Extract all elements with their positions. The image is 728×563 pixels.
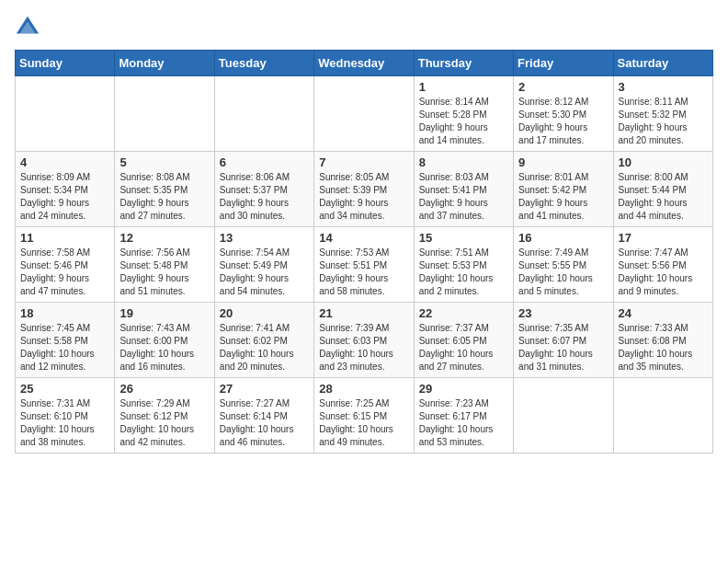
calendar-cell: 1Sunrise: 8:14 AM Sunset: 5:28 PM Daylig…	[414, 76, 513, 152]
day-info: Sunrise: 8:12 AM Sunset: 5:30 PM Dayligh…	[518, 96, 608, 147]
day-info: Sunrise: 8:08 AM Sunset: 5:35 PM Dayligh…	[119, 171, 209, 223]
day-info: Sunrise: 8:03 AM Sunset: 5:41 PM Dayligh…	[419, 171, 508, 223]
day-info: Sunrise: 7:37 AM Sunset: 6:05 PM Dayligh…	[419, 322, 508, 373]
col-header-monday: Monday	[115, 51, 214, 76]
calendar-cell: 27Sunrise: 7:27 AM Sunset: 6:14 PM Dayli…	[214, 378, 313, 454]
day-info: Sunrise: 8:14 AM Sunset: 5:28 PM Dayligh…	[419, 96, 508, 147]
day-info: Sunrise: 7:47 AM Sunset: 5:56 PM Dayligh…	[619, 247, 708, 298]
day-info: Sunrise: 7:35 AM Sunset: 6:07 PM Dayligh…	[518, 322, 608, 373]
day-number: 19	[119, 306, 209, 320]
day-info: Sunrise: 7:53 AM Sunset: 5:51 PM Dayligh…	[319, 247, 408, 298]
calendar-cell: 5Sunrise: 8:08 AM Sunset: 5:35 PM Daylig…	[115, 152, 214, 227]
calendar-cell: 18Sunrise: 7:45 AM Sunset: 5:58 PM Dayli…	[16, 303, 115, 378]
day-info: Sunrise: 7:23 AM Sunset: 6:17 PM Dayligh…	[419, 397, 508, 449]
calendar-cell: 4Sunrise: 8:09 AM Sunset: 5:34 PM Daylig…	[16, 152, 115, 227]
calendar-cell: 24Sunrise: 7:33 AM Sunset: 6:08 PM Dayli…	[613, 303, 712, 378]
week-row-0: 1Sunrise: 8:14 AM Sunset: 5:28 PM Daylig…	[16, 76, 713, 152]
day-number: 18	[20, 306, 109, 320]
calendar-cell: 17Sunrise: 7:47 AM Sunset: 5:56 PM Dayli…	[613, 227, 712, 303]
col-header-tuesday: Tuesday	[214, 51, 313, 76]
day-number: 21	[319, 306, 408, 320]
calendar-cell: 9Sunrise: 8:01 AM Sunset: 5:42 PM Daylig…	[514, 152, 613, 227]
day-number: 22	[419, 306, 508, 320]
day-number: 1	[419, 80, 508, 94]
day-info: Sunrise: 7:49 AM Sunset: 5:55 PM Dayligh…	[518, 247, 608, 298]
calendar-cell: 8Sunrise: 8:03 AM Sunset: 5:41 PM Daylig…	[414, 152, 513, 227]
calendar-cell: 22Sunrise: 7:37 AM Sunset: 6:05 PM Dayli…	[414, 303, 513, 378]
calendar-cell	[16, 76, 115, 152]
calendar-cell: 10Sunrise: 8:00 AM Sunset: 5:44 PM Dayli…	[613, 152, 712, 227]
calendar-cell: 25Sunrise: 7:31 AM Sunset: 6:10 PM Dayli…	[16, 378, 115, 454]
week-row-4: 25Sunrise: 7:31 AM Sunset: 6:10 PM Dayli…	[16, 378, 713, 454]
day-number: 6	[220, 155, 309, 169]
day-number: 14	[319, 231, 408, 245]
col-header-wednesday: Wednesday	[314, 51, 414, 76]
calendar-cell: 23Sunrise: 7:35 AM Sunset: 6:07 PM Dayli…	[514, 303, 613, 378]
day-info: Sunrise: 7:45 AM Sunset: 5:58 PM Dayligh…	[20, 322, 109, 373]
calendar-cell: 21Sunrise: 7:39 AM Sunset: 6:03 PM Dayli…	[314, 303, 414, 378]
day-info: Sunrise: 7:25 AM Sunset: 6:15 PM Dayligh…	[319, 397, 408, 449]
day-number: 9	[518, 155, 608, 169]
day-info: Sunrise: 7:41 AM Sunset: 6:02 PM Dayligh…	[220, 322, 309, 373]
calendar-cell	[613, 378, 712, 454]
day-number: 24	[619, 306, 708, 320]
calendar-cell: 14Sunrise: 7:53 AM Sunset: 5:51 PM Dayli…	[314, 227, 414, 303]
week-row-3: 18Sunrise: 7:45 AM Sunset: 5:58 PM Dayli…	[16, 303, 713, 378]
day-info: Sunrise: 7:56 AM Sunset: 5:48 PM Dayligh…	[119, 247, 209, 298]
day-info: Sunrise: 7:58 AM Sunset: 5:46 PM Dayligh…	[20, 247, 109, 298]
day-info: Sunrise: 7:39 AM Sunset: 6:03 PM Dayligh…	[319, 322, 408, 373]
calendar-cell: 16Sunrise: 7:49 AM Sunset: 5:55 PM Dayli…	[514, 227, 613, 303]
day-info: Sunrise: 8:11 AM Sunset: 5:32 PM Dayligh…	[619, 96, 708, 147]
day-number: 16	[518, 231, 608, 245]
calendar-cell	[214, 76, 313, 152]
day-info: Sunrise: 7:27 AM Sunset: 6:14 PM Dayligh…	[220, 397, 309, 449]
day-number: 3	[619, 80, 708, 94]
calendar-cell	[314, 76, 414, 152]
day-number: 2	[518, 80, 608, 94]
day-info: Sunrise: 7:33 AM Sunset: 6:08 PM Dayligh…	[619, 322, 708, 373]
week-row-2: 11Sunrise: 7:58 AM Sunset: 5:46 PM Dayli…	[16, 227, 713, 303]
day-number: 13	[220, 231, 309, 245]
col-header-sunday: Sunday	[16, 51, 115, 76]
calendar-cell	[115, 76, 214, 152]
week-row-1: 4Sunrise: 8:09 AM Sunset: 5:34 PM Daylig…	[16, 152, 713, 227]
calendar-cell: 2Sunrise: 8:12 AM Sunset: 5:30 PM Daylig…	[514, 76, 613, 152]
calendar-cell	[514, 378, 613, 454]
day-info: Sunrise: 8:09 AM Sunset: 5:34 PM Dayligh…	[20, 171, 109, 223]
calendar-cell: 3Sunrise: 8:11 AM Sunset: 5:32 PM Daylig…	[613, 76, 712, 152]
day-number: 29	[419, 382, 508, 396]
day-number: 20	[220, 306, 309, 320]
day-info: Sunrise: 8:01 AM Sunset: 5:42 PM Dayligh…	[518, 171, 608, 223]
logo	[15, 15, 44, 40]
day-info: Sunrise: 8:00 AM Sunset: 5:44 PM Dayligh…	[619, 171, 708, 223]
calendar-cell: 15Sunrise: 7:51 AM Sunset: 5:53 PM Dayli…	[414, 227, 513, 303]
day-number: 7	[319, 155, 408, 169]
calendar-cell: 7Sunrise: 8:05 AM Sunset: 5:39 PM Daylig…	[314, 152, 414, 227]
calendar-cell: 26Sunrise: 7:29 AM Sunset: 6:12 PM Dayli…	[115, 378, 214, 454]
calendar-cell: 19Sunrise: 7:43 AM Sunset: 6:00 PM Dayli…	[115, 303, 214, 378]
day-number: 15	[419, 231, 508, 245]
day-number: 23	[518, 306, 608, 320]
calendar-cell: 13Sunrise: 7:54 AM Sunset: 5:49 PM Dayli…	[214, 227, 313, 303]
day-info: Sunrise: 8:05 AM Sunset: 5:39 PM Dayligh…	[319, 171, 408, 223]
day-number: 5	[119, 155, 209, 169]
day-info: Sunrise: 7:51 AM Sunset: 5:53 PM Dayligh…	[419, 247, 508, 298]
calendar-cell: 20Sunrise: 7:41 AM Sunset: 6:02 PM Dayli…	[214, 303, 313, 378]
day-number: 27	[220, 382, 309, 396]
day-info: Sunrise: 7:54 AM Sunset: 5:49 PM Dayligh…	[220, 247, 309, 298]
day-info: Sunrise: 7:31 AM Sunset: 6:10 PM Dayligh…	[20, 397, 109, 449]
day-number: 10	[619, 155, 708, 169]
logo-icon	[15, 15, 40, 40]
col-header-friday: Friday	[514, 51, 613, 76]
calendar-cell: 12Sunrise: 7:56 AM Sunset: 5:48 PM Dayli…	[115, 227, 214, 303]
day-number: 28	[319, 382, 408, 396]
calendar-table: SundayMondayTuesdayWednesdayThursdayFrid…	[15, 50, 713, 454]
day-number: 25	[20, 382, 109, 396]
day-number: 12	[119, 231, 209, 245]
day-number: 26	[119, 382, 209, 396]
page-header	[15, 15, 713, 40]
col-header-thursday: Thursday	[414, 51, 513, 76]
calendar-cell: 29Sunrise: 7:23 AM Sunset: 6:17 PM Dayli…	[414, 378, 513, 454]
calendar-cell: 28Sunrise: 7:25 AM Sunset: 6:15 PM Dayli…	[314, 378, 414, 454]
day-info: Sunrise: 7:29 AM Sunset: 6:12 PM Dayligh…	[119, 397, 209, 449]
